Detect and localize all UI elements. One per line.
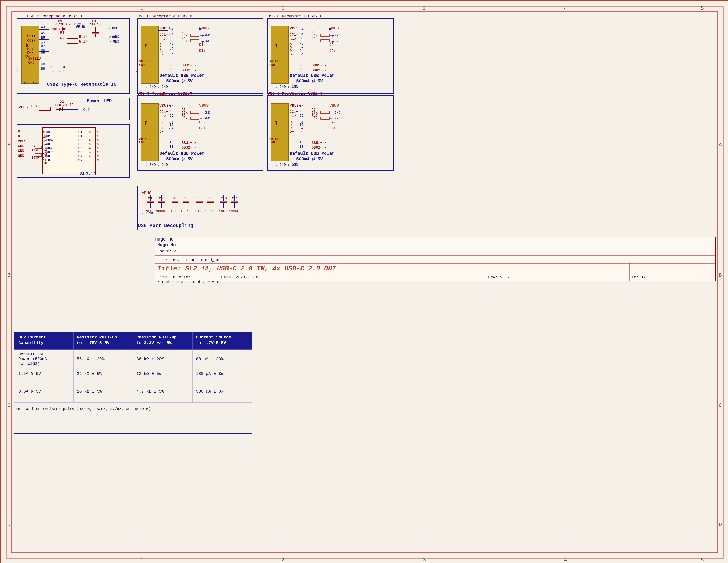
svg-text:USB2 Type-C Receptacle IN: USB2 Type-C Receptacle IN: [47, 82, 116, 87]
svg-rect-408: [155, 237, 715, 281]
svg-text:5.1K: 5.1K: [79, 35, 88, 39]
svg-text:B6: B6: [169, 130, 173, 133]
svg-text:VDD3: VDD3: [44, 146, 52, 150]
svg-text:GND: GND: [33, 81, 39, 85]
svg-text:A8: A8: [169, 141, 173, 144]
svg-text:C7: C7: [183, 197, 187, 200]
svg-text:CC2+: CC2+: [27, 39, 36, 43]
svg-text:D4+: D4+: [329, 126, 336, 130]
svg-text:VBUS: VBUS: [76, 25, 85, 29]
svg-text:SBU2+ ✕: SBU2+ ✕: [312, 146, 326, 150]
svg-text:Default USB: Default USB: [18, 352, 45, 357]
svg-text:VBUS: VBUS: [199, 103, 209, 108]
svg-text:GND: GND: [139, 63, 145, 67]
svg-text:USB_C_Receptacle_USB2.0: USB_C_Receptacle_USB2.0: [27, 14, 82, 19]
svg-text:A4: A4: [169, 105, 173, 108]
svg-text:B8: B8: [169, 68, 173, 71]
svg-text:C: C: [8, 403, 11, 409]
svg-text:Resistor Pull-up: Resistor Pull-up: [77, 335, 117, 340]
svg-text:1.5A @ 5V: 1.5A @ 5V: [18, 371, 41, 376]
svg-text:UDM: UDM: [44, 130, 50, 134]
svg-text:500mA @ 5V: 500mA @ 5V: [296, 79, 323, 84]
schematic-page: 1 2 3 4 5 1 2 3 4 5 A B C D A B C D J1 U…: [0, 0, 728, 563]
svg-text:LED_Small: LED_Small: [55, 103, 74, 107]
svg-text:Title: SL2.1A, USB-C 2.0 IN, 4: Title: SL2.1A, USB-C 2.0 IN, 4x USB-C 2.…: [157, 265, 336, 272]
svg-text:100: 100: [30, 104, 37, 108]
svg-text:D+: D+: [159, 130, 164, 134]
svg-text:1uF: 1uF: [171, 209, 176, 213]
svg-text:D1-: D1-: [96, 134, 102, 138]
svg-text:C: C: [719, 403, 722, 409]
svg-text:↓ GND: ↓ GND: [157, 163, 168, 167]
svg-text:B8: B8: [300, 145, 304, 149]
svg-text:100nF: 100nF: [180, 209, 190, 213]
svg-text:Power LED: Power LED: [87, 98, 112, 103]
svg-text:Default USB Power: Default USB Power: [290, 151, 335, 156]
svg-text:56K: 56K: [312, 117, 318, 120]
svg-text:D4-: D4-: [96, 158, 102, 162]
svg-text:100nF: 100nF: [90, 23, 101, 26]
svg-text:D+: D+: [159, 53, 164, 56]
svg-text:5: 5: [89, 142, 91, 146]
svg-text:C3: C3: [32, 152, 35, 156]
svg-text:CC1+: CC1+: [27, 34, 36, 38]
svg-text:80 μA ± 20%: 80 μA ± 20%: [196, 357, 224, 362]
svg-text:↓ GND: ↓ GND: [145, 85, 156, 89]
svg-text:D2-: D2-: [96, 142, 102, 146]
svg-text:DP3: DP3: [77, 146, 82, 150]
svg-text:U1: U1: [87, 176, 91, 180]
svg-text:500mA @ 5V: 500mA @ 5V: [296, 156, 323, 162]
svg-text:SBU1+ ✕: SBU1+ ✕: [50, 65, 65, 69]
svg-text:56 kΩ ± 20%: 56 kΩ ± 20%: [77, 357, 105, 362]
svg-text:UDP: UDP: [44, 134, 50, 138]
svg-text:Current Source: Current Source: [196, 335, 231, 340]
svg-text:⬆: ⬆: [274, 119, 279, 128]
svg-text:SBU2+ ✕: SBU2+ ✕: [182, 68, 196, 72]
svg-text:B: B: [8, 272, 11, 278]
svg-text:3: 3: [423, 557, 426, 563]
svg-text:D3+: D3+: [199, 126, 206, 130]
svg-text:DP2: DP2: [77, 138, 82, 142]
svg-text:DP1: DP1: [77, 130, 82, 134]
svg-text:D1+: D1+: [96, 130, 102, 134]
svg-text:GND: GND: [269, 63, 275, 67]
svg-text:to 1.7V-5.5V: to 1.7V-5.5V: [196, 341, 226, 345]
svg-text:56K: 56K: [182, 39, 188, 43]
svg-text:A5: A5: [169, 109, 173, 113]
svg-text:USB Port Decoupling: USB Port Decoupling: [138, 223, 193, 228]
svg-text:B6: B6: [300, 130, 304, 133]
svg-text:10uF: 10uF: [32, 156, 39, 159]
svg-text:C5: C5: [159, 197, 163, 200]
svg-text:1uF: 1uF: [219, 209, 225, 213]
svg-text:D4+: D4+: [96, 154, 102, 158]
svg-text:2: 2: [281, 6, 285, 11]
svg-text:D3-: D3-: [96, 150, 102, 154]
svg-text:SBU2+ ✕: SBU2+ ✕: [312, 68, 326, 72]
svg-text:C10: C10: [221, 197, 227, 200]
svg-text:↓ GND: ↓ GND: [157, 85, 168, 89]
svg-text:↓: ↓: [140, 213, 142, 218]
svg-text:VBUS+: VBUS+: [159, 26, 171, 30]
svg-text:SL: SL: [135, 70, 139, 73]
svg-text:1uF: 1uF: [195, 209, 201, 213]
svg-text:CC2+: CC2+: [159, 37, 168, 41]
svg-text:GND: GND: [44, 142, 50, 146]
svg-text:B7: B7: [41, 45, 45, 49]
svg-text:SBU1+ ✕: SBU1+ ✕: [312, 141, 326, 145]
svg-text:VBUS+: VBUS+: [290, 103, 301, 108]
svg-text:A8: A8: [169, 63, 173, 67]
svg-text:SL: SL: [15, 68, 19, 71]
svg-text:A6: A6: [169, 49, 173, 53]
svg-text:File: USB 2.0 Hub.kicad_sch: File: USB 2.0 Hub.kicad_sch: [157, 258, 222, 262]
svg-text:USB_C_Receptacle_USB2.0: USB_C_Receptacle_USB2.0: [268, 14, 322, 19]
svg-text:Hugo Hu: Hugo Hu: [157, 242, 176, 247]
svg-text:A5: A5: [169, 32, 173, 36]
svg-text:B5: B5: [169, 37, 173, 40]
svg-text:⬆: ⬆: [144, 119, 148, 128]
svg-text:Resistor Pull-up: Resistor Pull-up: [136, 335, 176, 340]
svg-text:5: 5: [701, 557, 704, 563]
svg-text:D-: D-: [18, 129, 22, 133]
svg-text:CC1+: CC1+: [159, 33, 168, 37]
svg-text:A4: A4: [300, 105, 304, 108]
svg-text:A8: A8: [300, 63, 304, 67]
